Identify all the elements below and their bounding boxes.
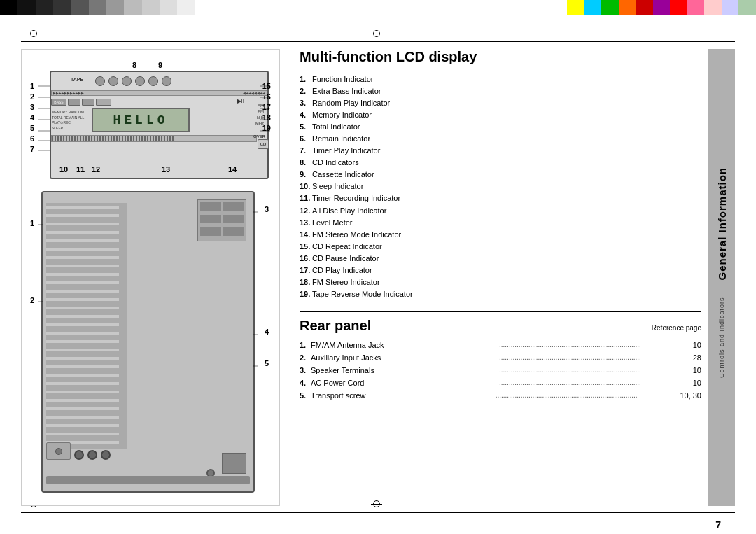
rear-list-item: 3. Speaker Terminals ...................… bbox=[300, 365, 701, 377]
list-item: 4.Memory Indicator bbox=[300, 109, 701, 121]
list-item: 2.Extra Bass Indicator bbox=[300, 85, 701, 97]
annot-13: 13 bbox=[162, 165, 170, 174]
rear-item-label: Auxiliary Input Jacks bbox=[311, 352, 497, 365]
rear-panel-list: 1. FM/AM Antenna Jack ..................… bbox=[300, 339, 701, 402]
rear-item-dots: ........................................… bbox=[499, 365, 685, 376]
rear-item-page: 10, 30 bbox=[680, 390, 701, 402]
level-meter-strip bbox=[51, 135, 257, 142]
annot-9: 9 bbox=[158, 61, 162, 69]
item-num: 7. bbox=[300, 145, 312, 157]
list-item: 7.Timer Play Indicator bbox=[300, 145, 701, 157]
rear-item-dots: ........................................… bbox=[499, 339, 685, 351]
item-num: 15. bbox=[300, 241, 312, 253]
rear-item-page: 28 bbox=[687, 352, 701, 365]
item-num: 5. bbox=[300, 121, 312, 133]
rear-item-dots: ........................................… bbox=[496, 390, 678, 401]
item-label: CD Repeat Indicator bbox=[312, 241, 382, 253]
antenna-jack bbox=[46, 442, 71, 460]
item-num: 16. bbox=[300, 253, 312, 265]
sidebar-title: General Information bbox=[716, 167, 728, 281]
rear-annot-3: 3 bbox=[265, 205, 269, 213]
list-item: 13.Level Meter bbox=[300, 217, 701, 229]
memory-indicators-text: MEMORY RANDOMTOTAL REMAIN ALLPLAY⊙RECSLE… bbox=[52, 110, 90, 131]
rear-panel-title: Rear panel bbox=[300, 318, 371, 334]
item-num: 6. bbox=[300, 133, 312, 145]
item-label: Extra Bass Indicator bbox=[312, 85, 381, 97]
rear-item-label: AC Power Cord bbox=[311, 377, 497, 390]
ac-cord-area bbox=[222, 453, 246, 474]
speaker-terminals bbox=[197, 199, 246, 241]
rear-item-page: 10 bbox=[687, 365, 701, 377]
rear-item-label: Speaker Terminals bbox=[311, 365, 497, 377]
rear-list-item: 1. FM/AM Antenna Jack ..................… bbox=[300, 339, 701, 352]
item-label: All Disc Play Indicator bbox=[312, 205, 386, 217]
annot-3: 3 bbox=[30, 103, 34, 111]
rear-item-num: 1. bbox=[300, 339, 311, 352]
lcd-display-hello: HELLO bbox=[92, 108, 190, 132]
item-num: 11. bbox=[300, 192, 312, 204]
rule-top bbox=[21, 41, 735, 42]
item-label: Remain Indicator bbox=[312, 133, 370, 145]
item-label: FM Stereo Indicator bbox=[312, 276, 380, 288]
crosshair-top-center bbox=[371, 28, 382, 39]
item-label: Total Indicator bbox=[312, 121, 360, 133]
mode-buttons: BASS bbox=[51, 98, 111, 106]
rear-device-illustration: 1 2 3 4 5 bbox=[29, 184, 272, 500]
item-num: 18. bbox=[300, 276, 312, 288]
item-num: 19. bbox=[300, 288, 312, 300]
list-item: 15.CD Repeat Indicator bbox=[300, 241, 701, 253]
list-item: 8.CD Indicators bbox=[300, 157, 701, 169]
rear-item-dots: ........................................… bbox=[499, 352, 685, 363]
annot-14: 14 bbox=[228, 165, 237, 174]
aux-jacks bbox=[74, 447, 111, 460]
rear-annot-4: 4 bbox=[265, 328, 269, 336]
item-label: Function Indicator bbox=[312, 73, 373, 85]
rear-item-label: FM/AM Antenna Jack bbox=[311, 339, 497, 352]
list-item: 6.Remain Indicator bbox=[300, 133, 701, 145]
list-item: 17.CD Play Indicator bbox=[300, 265, 701, 276]
list-item: 19.Tape Reverse Mode Indicator bbox=[300, 288, 701, 300]
top-left-color-swatches bbox=[0, 0, 214, 15]
annot-4: 4 bbox=[30, 113, 34, 122]
item-label: Timer Recording Indicator bbox=[312, 192, 400, 204]
list-item: 11.Timer Recording Indicator bbox=[300, 192, 701, 204]
top-right-color-swatches bbox=[567, 0, 756, 15]
rear-list-item: 2. Auxiliary Input Jacks ...............… bbox=[300, 352, 701, 365]
annot-6: 6 bbox=[30, 134, 34, 143]
sidebar-subtitle: — Controls and Indicators — bbox=[718, 288, 725, 388]
item-num: 4. bbox=[300, 109, 312, 121]
right-panel: Multi-function LCD display 1.Function In… bbox=[280, 49, 735, 506]
tape-label: TAPE bbox=[71, 77, 83, 82]
item-label: Tape Reverse Mode Indicator bbox=[312, 288, 413, 300]
item-num: 2. bbox=[300, 85, 312, 97]
annot-11: 11 bbox=[76, 165, 85, 174]
page-number: 7 bbox=[715, 519, 721, 531]
annot-15: 15 bbox=[262, 82, 271, 90]
bottom-power-bar bbox=[46, 476, 250, 484]
item-num: 12. bbox=[300, 205, 312, 217]
item-num: 14. bbox=[300, 229, 312, 241]
list-item: 10.Sleep Indicator bbox=[300, 181, 701, 192]
item-num: 17. bbox=[300, 265, 312, 276]
item-label: Sleep Indicator bbox=[312, 181, 363, 192]
rear-annot-1: 1 bbox=[30, 219, 34, 227]
item-num: 3. bbox=[300, 97, 312, 109]
list-item: 5.Total Indicator bbox=[300, 121, 701, 133]
rear-item-num: 4. bbox=[300, 377, 311, 390]
annot-12: 12 bbox=[92, 165, 100, 174]
indicator-list: 1.Function Indicator 2.Extra Bass Indica… bbox=[300, 73, 701, 300]
item-label: CD Indicators bbox=[312, 157, 359, 169]
item-label: Timer Play Indicator bbox=[312, 145, 380, 157]
annot-5: 5 bbox=[30, 124, 34, 132]
lcd-section-title: Multi-function LCD display bbox=[300, 49, 701, 65]
rear-item-num: 2. bbox=[300, 352, 311, 365]
left-panel: 8 9 1 2 3 4 5 6 7 15 16 17 18 19 bbox=[21, 49, 280, 506]
frequency-labels: AMFMkHzMHz bbox=[255, 103, 264, 127]
item-label: Memory Indicator bbox=[312, 109, 372, 121]
item-num: 10. bbox=[300, 181, 312, 192]
rear-item-num: 5. bbox=[300, 390, 311, 402]
rear-panel-ref-label: Reference page bbox=[652, 324, 701, 332]
list-item: 9.Cassette Indicator bbox=[300, 169, 701, 181]
progress-bar: ▶▶▶▶▶▶▶▶▶▶▶ ◀◀◀◀◀◀◀◀ bbox=[51, 90, 267, 96]
item-label: Random Play Indicator bbox=[312, 97, 390, 109]
